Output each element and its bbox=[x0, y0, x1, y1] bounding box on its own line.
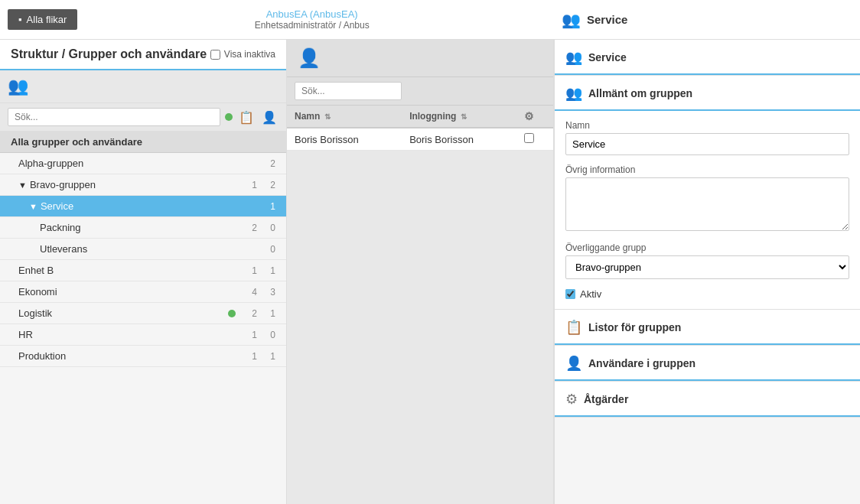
group-icon: 👥 bbox=[8, 76, 28, 96]
user-subtitle: Enhetsadministratör / Anbus bbox=[77, 20, 546, 31]
group-label: Utleverans bbox=[40, 243, 257, 255]
group-count1: 1 bbox=[242, 180, 257, 190]
group-label: Logistik bbox=[18, 307, 228, 319]
group-count1: 2 bbox=[242, 308, 257, 319]
middle-search-bar bbox=[287, 77, 553, 106]
parent-group: Överliggande grupp Bravo-gruppen bbox=[565, 242, 849, 279]
gear-icon[interactable]: ⚙ bbox=[524, 110, 534, 122]
left-panel: Struktur / Grupper och användare Visa in… bbox=[0, 40, 287, 504]
general-section-header[interactable]: 👥 Allmänt om gruppen bbox=[555, 76, 860, 111]
group-count2: 0 bbox=[260, 330, 275, 340]
group-count1: 4 bbox=[242, 287, 257, 298]
group-item[interactable]: HR 1 0 bbox=[0, 324, 286, 346]
col-name-label: Namn bbox=[295, 111, 320, 122]
users-section-icon: 👤 bbox=[565, 355, 582, 372]
group-count2: 1 bbox=[260, 265, 275, 276]
group-item[interactable]: Enhet B 1 1 bbox=[0, 260, 286, 281]
group-item[interactable]: Produktion 1 1 bbox=[0, 346, 286, 367]
group-item[interactable]: Alpha-gruppen 2 bbox=[0, 153, 286, 174]
group-count2: 1 bbox=[260, 308, 275, 319]
group-label: Alpha-gruppen bbox=[18, 158, 257, 169]
actions-section-title: Åtgärder bbox=[584, 393, 628, 405]
right-section-general: 👥 Allmänt om gruppen Namn Övrig informat… bbox=[555, 76, 860, 310]
group-count: 2 bbox=[260, 158, 275, 169]
group-item[interactable]: Utleverans 0 bbox=[0, 239, 286, 260]
right-panel: 👥 Service 👥 Allmänt om gruppen Namn Övri… bbox=[554, 40, 860, 504]
lists-section-icon: 📋 bbox=[565, 319, 582, 336]
users-section-header[interactable]: 👤 Användare i gruppen bbox=[555, 346, 860, 381]
group-count1: 1 bbox=[242, 351, 257, 362]
col-gear[interactable]: ⚙ bbox=[516, 106, 553, 128]
search-input[interactable] bbox=[8, 108, 220, 126]
user-select-cell[interactable] bbox=[516, 128, 553, 151]
group-count1: 1 bbox=[242, 330, 257, 340]
middle-search-input[interactable] bbox=[295, 82, 402, 100]
show-inactive-checkbox[interactable] bbox=[210, 50, 220, 60]
tabs-icon: ▪ bbox=[18, 14, 22, 25]
person-icon: 👤 bbox=[298, 47, 321, 69]
name-input[interactable] bbox=[565, 133, 849, 155]
all-tabs-label: Alla flikar bbox=[27, 14, 67, 25]
middle-header: 👤 bbox=[287, 40, 553, 77]
group-count2: 0 bbox=[260, 223, 275, 233]
group-count1: 2 bbox=[242, 223, 257, 233]
search-row: 📋 👤 bbox=[0, 103, 286, 132]
sort-icon-login[interactable]: ⇅ bbox=[461, 112, 467, 121]
name-group: Namn bbox=[565, 120, 849, 155]
general-section-title: Allmänt om gruppen bbox=[588, 87, 692, 99]
actions-section-header[interactable]: ⚙ Åtgärder bbox=[555, 382, 860, 417]
user-link[interactable]: AnbusEA (AnbusEA) bbox=[266, 8, 358, 20]
group-item-service[interactable]: ▼ Service 1 bbox=[0, 196, 286, 217]
extra-group: Övrig information bbox=[565, 164, 849, 233]
col-login: Inloggning ⇅ bbox=[402, 106, 516, 128]
table-row: Boris Borisson Boris Borisson bbox=[287, 128, 553, 151]
group-count2: 1 bbox=[260, 351, 275, 362]
group-count2: 3 bbox=[260, 287, 275, 298]
user-checkbox[interactable] bbox=[524, 133, 534, 143]
all-tabs-button[interactable]: ▪ Alla flikar bbox=[8, 9, 77, 30]
top-bar: ▪ Alla flikar AnbusEA (AnbusEA) Enhetsad… bbox=[0, 0, 860, 40]
group-count1: 1 bbox=[242, 265, 257, 276]
clipboard-button[interactable]: 📋 bbox=[237, 109, 256, 126]
sort-icon-name[interactable]: ⇅ bbox=[324, 112, 331, 121]
extra-label: Övrig information bbox=[565, 164, 849, 175]
right-section-lists: 📋 Listor för gruppen bbox=[555, 310, 860, 346]
add-user-button[interactable]: 👤 bbox=[260, 109, 279, 126]
actions-section-icon: ⚙ bbox=[565, 391, 578, 408]
group-item[interactable]: ▼ Bravo-gruppen 1 2 bbox=[0, 174, 286, 196]
show-inactive-label[interactable]: Visa inaktiva bbox=[210, 49, 275, 60]
active-row: Aktiv bbox=[565, 288, 849, 300]
left-top-bar: 👥 bbox=[0, 70, 286, 103]
group-list: Alpha-gruppen 2 ▼ Bravo-gruppen 1 2 ▼ Se… bbox=[0, 153, 286, 504]
left-header: Struktur / Grupper och användare Visa in… bbox=[0, 40, 286, 70]
top-right-service-label: Service bbox=[587, 13, 627, 26]
users-table: Namn ⇅ Inloggning ⇅ ⚙ Boris Borisson Bor… bbox=[287, 106, 553, 151]
users-section-title: Användare i gruppen bbox=[588, 357, 695, 369]
col-name: Namn ⇅ bbox=[287, 106, 402, 128]
service-section-header[interactable]: 👥 Service bbox=[555, 40, 860, 75]
right-section-actions: ⚙ Åtgärder bbox=[555, 382, 860, 418]
all-groups-header: Alla grupper och användare bbox=[0, 132, 286, 153]
group-label: Service bbox=[41, 200, 257, 212]
service-section-icon: 👥 bbox=[565, 49, 582, 66]
user-name: Boris Borisson bbox=[287, 128, 402, 151]
top-right-panel: 👥 Service bbox=[546, 11, 852, 29]
group-label: Packning bbox=[40, 222, 239, 233]
group-label: HR bbox=[18, 329, 239, 340]
general-section-body: Namn Övrig information Överliggande grup… bbox=[555, 111, 860, 309]
group-item[interactable]: Packning 2 0 bbox=[0, 217, 286, 239]
group-count: 1 bbox=[260, 201, 275, 212]
active-checkbox[interactable] bbox=[565, 289, 575, 299]
top-center: AnbusEA (AnbusEA) Enhetsadministratör / … bbox=[77, 8, 546, 31]
lists-section-header[interactable]: 📋 Listor för gruppen bbox=[555, 310, 860, 345]
extra-textarea[interactable] bbox=[565, 177, 849, 231]
group-item[interactable]: Ekonomi 4 3 bbox=[0, 281, 286, 303]
right-section-service: 👥 Service bbox=[555, 40, 860, 76]
logistik-dot bbox=[228, 310, 236, 317]
group-label: Bravo-gruppen bbox=[30, 179, 239, 190]
parent-select[interactable]: Bravo-gruppen bbox=[565, 255, 849, 279]
group-label: Produktion bbox=[18, 350, 239, 362]
active-dot bbox=[225, 113, 233, 121]
group-item[interactable]: Logistik 2 1 bbox=[0, 303, 286, 324]
general-section-icon: 👥 bbox=[565, 85, 582, 102]
